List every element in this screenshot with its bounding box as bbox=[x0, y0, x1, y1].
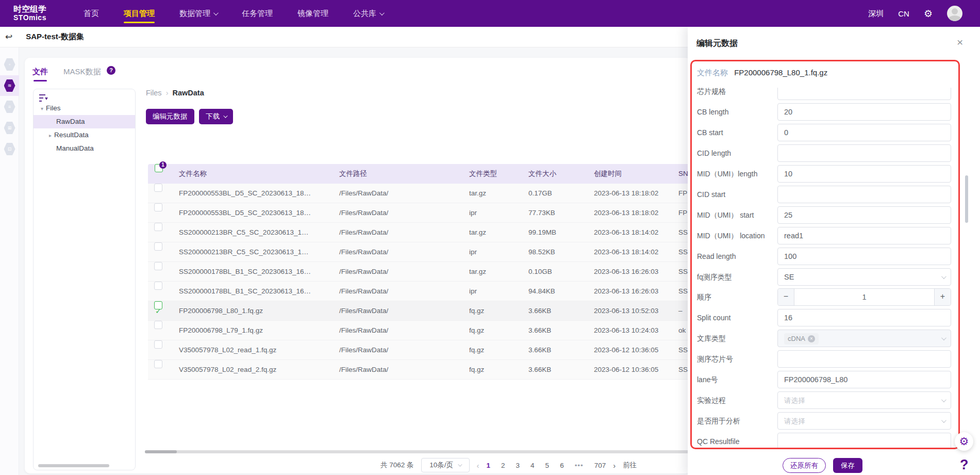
field-input[interactable] bbox=[777, 433, 951, 448]
back-icon[interactable]: ↩ bbox=[5, 31, 12, 42]
field-label: 文库类型 bbox=[697, 330, 726, 347]
cell-created: 2023-06-12 10:36:05 bbox=[594, 340, 658, 359]
row-checkbox[interactable]: ✓ bbox=[154, 301, 162, 309]
field-input[interactable] bbox=[777, 144, 951, 162]
field-input[interactable]: 25 bbox=[777, 206, 951, 224]
caret-right-icon[interactable]: ▸ bbox=[49, 133, 52, 138]
rail-item-module-image[interactable]: ⊞ bbox=[0, 118, 19, 138]
tree-node-ResultData[interactable]: ▸ResultData bbox=[34, 128, 135, 142]
row-checkbox[interactable] bbox=[154, 184, 162, 192]
chevron-down-icon bbox=[379, 10, 385, 15]
cell-sn: FP bbox=[678, 184, 687, 203]
breadcrumb-root[interactable]: Files bbox=[146, 89, 162, 97]
cell-path: /Files/RawData/ bbox=[339, 282, 388, 301]
navbar-right: 深圳 CN ⚙ bbox=[868, 6, 962, 21]
page-ellipsis: ••• bbox=[575, 462, 584, 469]
field-input[interactable]: read1 bbox=[777, 227, 951, 244]
field-select[interactable]: 请选择 bbox=[777, 391, 951, 409]
row-checkbox[interactable] bbox=[154, 262, 162, 270]
page-size-select[interactable]: 10条/页 bbox=[421, 458, 470, 472]
field-label: 测序芯片号 bbox=[697, 350, 733, 368]
field-select[interactable]: SE bbox=[777, 268, 951, 286]
help-question-icon[interactable]: ? bbox=[960, 457, 969, 473]
menu-item-项目管理[interactable]: 项目管理 bbox=[124, 0, 155, 27]
field-input[interactable] bbox=[777, 350, 951, 368]
page-number-707[interactable]: 707 bbox=[594, 462, 606, 469]
col-header-sn: SN bbox=[678, 164, 688, 184]
panel-vertical-scrollbar[interactable] bbox=[965, 175, 968, 223]
menu-item-首页[interactable]: 首页 bbox=[84, 0, 99, 27]
row-checkbox[interactable] bbox=[154, 203, 162, 211]
rail-item-module-dataset[interactable]: ≋ bbox=[0, 75, 19, 96]
form-row-CID start: CID start bbox=[692, 186, 956, 203]
row-checkbox[interactable] bbox=[154, 242, 162, 251]
breadcrumb-separator-icon: › bbox=[166, 89, 169, 97]
cell-sn: SS bbox=[678, 262, 688, 281]
user-avatar[interactable] bbox=[947, 6, 962, 21]
stepper-decrease-button[interactable]: − bbox=[778, 289, 794, 305]
mask-help-icon[interactable]: ? bbox=[107, 66, 115, 75]
caret-down-icon[interactable]: ▾ bbox=[41, 106, 43, 111]
form-row-CB start: CB start0 bbox=[692, 124, 956, 141]
page-number-4[interactable]: 4 bbox=[530, 462, 535, 469]
menu-item-任务管理[interactable]: 任务管理 bbox=[242, 0, 273, 27]
row-checkbox[interactable] bbox=[154, 223, 162, 231]
field-input[interactable]: FP200006798_L80 bbox=[777, 371, 951, 388]
edit-metadata-button[interactable]: 编辑元数据 bbox=[146, 109, 194, 124]
page-number-6[interactable]: 6 bbox=[560, 462, 564, 469]
row-checkbox[interactable] bbox=[154, 340, 162, 349]
save-button[interactable]: 保存 bbox=[833, 458, 862, 473]
cell-name: SS200000178BL_B1_SC_20230613_16… bbox=[179, 282, 311, 301]
table-horizontal-scrollbar[interactable] bbox=[145, 450, 691, 453]
menu-item-公共库[interactable]: 公共库 bbox=[353, 0, 383, 27]
order-stepper[interactable]: −1+ bbox=[777, 288, 951, 306]
reset-all-button[interactable]: 还原所有 bbox=[783, 458, 826, 473]
tab-files[interactable]: 文件 bbox=[32, 67, 48, 77]
next-page-button[interactable]: › bbox=[613, 461, 616, 470]
field-input[interactable]: 0 bbox=[777, 124, 951, 141]
page-number-2[interactable]: 2 bbox=[501, 462, 505, 469]
row-checkbox[interactable] bbox=[154, 282, 162, 290]
menu-item-数据管理[interactable]: 数据管理 bbox=[179, 0, 217, 27]
menu-item-镜像管理[interactable]: 镜像管理 bbox=[297, 0, 328, 27]
tree-node-Files[interactable]: ▾Files bbox=[34, 102, 135, 115]
page-number-3[interactable]: 3 bbox=[516, 462, 520, 469]
field-input[interactable]: 100 bbox=[777, 248, 951, 265]
download-button[interactable]: 下载 bbox=[199, 109, 233, 124]
field-tag-select[interactable]: cDNA× bbox=[777, 330, 951, 347]
remove-tag-icon[interactable]: × bbox=[808, 335, 815, 342]
tree-node-ManualData[interactable]: ManualData bbox=[34, 142, 135, 155]
language-switcher[interactable]: CN bbox=[898, 9, 909, 18]
field-input[interactable] bbox=[777, 88, 951, 100]
jump-to-label: 前往 bbox=[623, 461, 637, 470]
field-input[interactable]: 10 bbox=[777, 165, 951, 183]
tree-horizontal-scrollbar[interactable] bbox=[38, 464, 109, 467]
rail-item-module-analysis[interactable]: ≡ bbox=[0, 96, 19, 117]
chevron-down-icon bbox=[941, 274, 946, 279]
region-switcher[interactable]: 深圳 bbox=[868, 9, 884, 19]
module-overview-icon: ▫ bbox=[4, 58, 15, 71]
table-row: V350057978_L02_read_1.fq.gz/Files/RawDat… bbox=[148, 340, 691, 360]
tree-filter-icon[interactable] bbox=[39, 94, 48, 102]
cell-name: V350057978_L02_read_2.fq.gz bbox=[179, 360, 276, 379]
selected-count-icon[interactable]: 1 bbox=[155, 164, 163, 172]
col-header-name: 文件名称 bbox=[179, 164, 207, 184]
rail-item-module-overview[interactable]: ▫ bbox=[0, 54, 19, 75]
prev-page-button[interactable]: ‹ bbox=[477, 461, 479, 470]
settings-gear-icon[interactable]: ⚙ bbox=[924, 9, 933, 19]
assistant-gear-icon[interactable]: ⚙ bbox=[955, 432, 973, 451]
stepper-increase-button[interactable]: + bbox=[934, 289, 951, 305]
tab-mask-data[interactable]: MASK数据 bbox=[63, 67, 101, 77]
page-number-1[interactable]: 1 bbox=[487, 462, 491, 469]
field-input[interactable] bbox=[777, 186, 951, 203]
tree-node-RawData[interactable]: RawData bbox=[34, 115, 135, 128]
field-input[interactable]: 16 bbox=[777, 309, 951, 326]
page-number-5[interactable]: 5 bbox=[545, 462, 550, 469]
field-select[interactable]: 请选择 bbox=[777, 412, 951, 430]
row-checkbox[interactable] bbox=[154, 321, 162, 329]
close-icon[interactable]: × bbox=[957, 36, 963, 48]
row-checkbox[interactable] bbox=[154, 360, 162, 368]
rail-item-module-report[interactable]: ⊡ bbox=[0, 139, 19, 159]
cell-created: 2023-06-13 18:14:02 bbox=[594, 223, 658, 242]
field-input[interactable]: 20 bbox=[777, 103, 951, 121]
